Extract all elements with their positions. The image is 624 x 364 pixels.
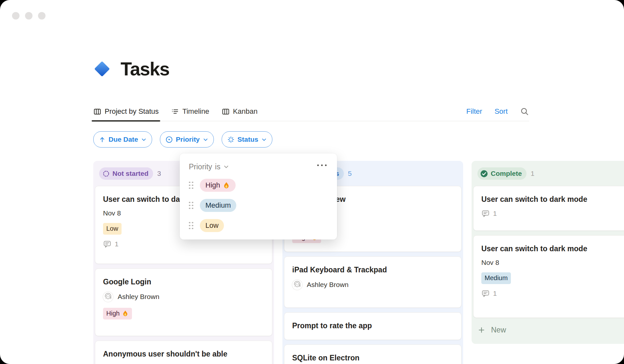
page-header: Tasks	[92, 55, 169, 83]
card-title: Prompt to rate the app	[292, 321, 453, 331]
card-title: User can switch to dark mode	[481, 195, 624, 204]
fire-icon	[122, 310, 129, 317]
chip-label: Status	[238, 136, 258, 143]
column-count: 5	[348, 170, 352, 177]
page-title: Tasks	[121, 58, 169, 80]
tag-label: Low	[106, 225, 118, 232]
dashed-circle-icon	[102, 170, 110, 177]
pill-label: Medium	[205, 201, 231, 210]
task-card[interactable]: Prompt to rate the app	[284, 312, 462, 340]
board-icon	[93, 108, 101, 116]
comment-count: 1	[481, 209, 624, 218]
dropdown-condition[interactable]: Priority is	[189, 162, 328, 172]
search-icon[interactable]	[520, 107, 529, 116]
avatar	[292, 280, 302, 290]
priority-filter-dropdown: Priority is High	[180, 153, 337, 240]
sort-button[interactable]: Sort	[495, 107, 508, 116]
arrow-up-icon	[99, 136, 106, 143]
assignee-row: Ashley Brown	[103, 292, 264, 302]
comment-count: 1	[481, 289, 624, 298]
assignee-name: Ashley Brown	[118, 293, 159, 301]
assignee-name: Ashley Brown	[307, 281, 348, 289]
priority-pill-medium: Medium	[200, 199, 236, 212]
card-title: SQLite on Electron	[292, 353, 453, 363]
chip-label: Due Date	[109, 136, 138, 143]
maximize-button[interactable]	[38, 12, 46, 20]
task-card[interactable]: User can switch to dark mode Nov 8 Mediu…	[473, 235, 624, 318]
complete-status-badge[interactable]: Complete	[477, 167, 526, 180]
column-count: 1	[531, 170, 535, 177]
task-card[interactable]: User can switch to dark mode 1	[473, 186, 624, 231]
comment-icon	[103, 240, 111, 248]
pill-label: High	[205, 181, 220, 189]
comment-icon	[481, 289, 490, 298]
card-title: Google Login	[103, 277, 264, 287]
drag-handle-icon[interactable]	[189, 182, 193, 189]
due-date-filter-chip[interactable]: Due Date	[93, 131, 152, 148]
card-title: iPad Keyboard & Trackpad	[292, 265, 453, 275]
condition-operator: is	[215, 162, 221, 171]
pill-label: Low	[205, 221, 218, 230]
close-button[interactable]	[12, 12, 20, 20]
plus-icon	[478, 326, 485, 334]
column-count: 3	[157, 170, 161, 177]
chevron-down-icon	[261, 137, 267, 142]
card-title: Anonymous user shouldn't be able	[103, 349, 264, 359]
priority-option-medium[interactable]: Medium	[189, 199, 328, 212]
status-progress-icon	[227, 136, 235, 143]
status-label: Complete	[491, 170, 522, 177]
comment-count-value: 1	[493, 290, 497, 297]
ellipsis-icon[interactable]	[316, 163, 328, 167]
comment-icon	[481, 209, 490, 218]
priority-pill-high: High	[200, 179, 236, 192]
priority-tag-low: Low	[103, 223, 122, 235]
minimize-button[interactable]	[25, 12, 32, 20]
tab-kanban[interactable]: Kanban	[222, 102, 258, 121]
priority-tag-high: High	[103, 308, 132, 319]
column-complete: Complete 1 User can switch to dark mode …	[472, 161, 624, 344]
drag-handle-icon[interactable]	[189, 222, 193, 229]
card-due-date: Nov 8	[481, 259, 624, 266]
task-card[interactable]: Google Login Ashley Brown High	[95, 268, 272, 336]
tab-timeline[interactable]: Timeline	[171, 102, 209, 121]
tag-label: Medium	[485, 274, 508, 282]
priority-option-high[interactable]: High	[189, 179, 328, 192]
filter-chip-bar: Due Date Priority	[93, 131, 272, 148]
fire-icon	[223, 182, 230, 189]
tab-label: Timeline	[182, 107, 209, 116]
tab-project-by-status[interactable]: Project by Status	[93, 102, 159, 121]
chevron-down-icon	[203, 137, 208, 142]
tab-label: Kanban	[233, 107, 258, 116]
blue-diamond-icon	[92, 59, 112, 79]
condition-field: Priority	[189, 162, 212, 171]
not-started-status-badge[interactable]: Not started	[99, 167, 153, 180]
priority-tag-medium: Medium	[481, 272, 511, 284]
assignee-row: Ashley Brown	[292, 280, 453, 290]
comment-count: 1	[103, 240, 264, 248]
check-circle-icon	[480, 170, 488, 178]
priority-circle-icon	[165, 136, 173, 143]
avatar	[103, 292, 113, 302]
priority-pill-low: Low	[200, 219, 224, 232]
app-window: Tasks Project by Status	[0, 0, 624, 364]
chevron-down-icon	[141, 137, 147, 142]
timeline-icon	[171, 108, 179, 116]
status-label: Not started	[112, 170, 149, 177]
chevron-down-icon	[223, 164, 229, 170]
status-filter-chip[interactable]: Status	[222, 131, 272, 148]
add-new-card-button[interactable]: New	[478, 322, 624, 338]
new-label: New	[491, 326, 506, 334]
tab-label: Project by Status	[105, 107, 159, 116]
task-card[interactable]: iPad Keyboard & Trackpad Ashley Brown	[284, 256, 462, 308]
drag-handle-icon[interactable]	[189, 202, 193, 209]
card-title: User can switch to dark mode	[481, 244, 624, 254]
priority-filter-chip[interactable]: Priority	[160, 131, 214, 148]
view-tabs-bar: Project by Status Timeline	[93, 102, 529, 121]
task-card[interactable]: Anonymous user shouldn't be able	[95, 341, 272, 364]
window-controls	[12, 12, 46, 20]
chip-label: Priority	[176, 136, 200, 143]
tag-label: High	[106, 310, 120, 317]
filter-button[interactable]: Filter	[466, 107, 482, 116]
priority-option-low[interactable]: Low	[189, 219, 328, 232]
task-card[interactable]: SQLite on Electron	[284, 344, 462, 364]
